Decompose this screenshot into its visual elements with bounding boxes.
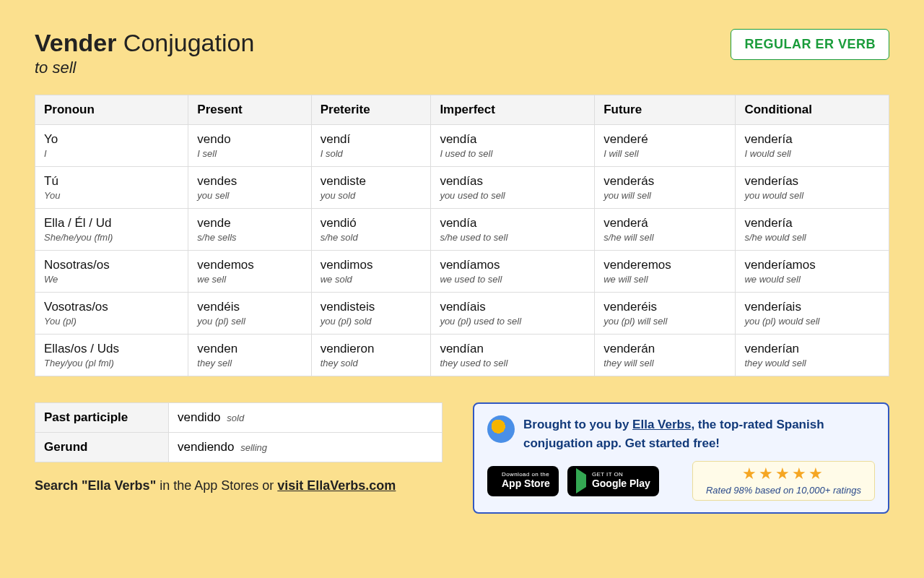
- table-row: Gerundvendiendo selling: [35, 433, 443, 462]
- app-store-button[interactable]: Download on the App Store: [487, 466, 559, 496]
- table-row: YoIvendoI sellvendíI soldvendíaI used to…: [35, 125, 889, 167]
- promo-box: Brought to you by Ella Verbs, the top-ra…: [473, 402, 889, 514]
- participle-label: Gerund: [35, 433, 169, 462]
- appstore-line2: App Store: [502, 478, 550, 489]
- conjugation-cell: venderíasyou would sell: [736, 167, 889, 209]
- conjugation-cell: vendíaisyou (pl) used to sell: [431, 293, 595, 335]
- promo-top: Brought to you by Ella Verbs, the top-ra…: [487, 415, 875, 452]
- play-icon: [576, 475, 586, 488]
- conjugation-cell: vendoI sell: [188, 125, 311, 167]
- conjugation-cell: vendemoswe sell: [188, 251, 311, 293]
- column-header: Conditional: [736, 95, 889, 125]
- play-line2: Google Play: [592, 478, 650, 489]
- conjugation-cell: vendesyou sell: [188, 167, 311, 209]
- participle-table: Past participlevendido soldGerundvendien…: [35, 402, 443, 462]
- subtitle: to sell: [35, 59, 254, 77]
- conjugation-cell: vendiós/he sold: [311, 209, 431, 251]
- left-column: Past participlevendido soldGerundvendien…: [35, 402, 443, 493]
- participle-cell: vendido sold: [169, 403, 443, 433]
- conjugation-cell: venderánthey will sell: [595, 335, 736, 376]
- ella-verbs-link[interactable]: Ella Verbs: [632, 418, 691, 431]
- pronoun-cell: Ella / Él / UdShe/he/you (fml): [35, 209, 188, 251]
- title-block: Vender Conjugation to sell: [35, 29, 254, 77]
- conjugation-cell: venderás/he will sell: [595, 209, 736, 251]
- table-row: Ellas/os / UdsThey/you (pl fml)vendenthe…: [35, 335, 889, 376]
- column-header: Present: [188, 95, 311, 125]
- column-header: Pronoun: [35, 95, 188, 125]
- conjugation-cell: vendieronthey sold: [311, 335, 431, 376]
- promo-prefix: Brought to you by: [523, 418, 632, 431]
- conjugation-cell: venderías/he would sell: [736, 209, 889, 251]
- conjugation-cell: vendisteyou sold: [311, 167, 431, 209]
- conjugation-cell: venderíamoswe would sell: [736, 251, 889, 293]
- google-play-button[interactable]: GET IT ON Google Play: [567, 466, 659, 496]
- promo-text: Brought to you by Ella Verbs, the top-ra…: [523, 415, 875, 452]
- conjugation-cell: vendes/he sells: [188, 209, 311, 251]
- table-row: Nosotras/osWevendemoswe sellvendimoswe s…: [35, 251, 889, 293]
- table-row: Vosotras/osYou (pl)vendéisyou (pl) sellv…: [35, 293, 889, 335]
- conjugation-cell: venderíaisyou (pl) would sell: [736, 293, 889, 335]
- conjugation-cell: vendéisyou (pl) sell: [188, 293, 311, 335]
- app-icon: [487, 415, 515, 443]
- conjugation-cell: vendíasyou used to sell: [431, 167, 595, 209]
- conjugation-cell: venderíanthey would sell: [736, 335, 889, 376]
- pronoun-cell: YoI: [35, 125, 188, 167]
- pronoun-cell: Ellas/os / UdsThey/you (pl fml): [35, 335, 188, 376]
- conjugation-cell: venderemoswe will sell: [595, 251, 736, 293]
- column-header: Imperfect: [431, 95, 595, 125]
- rating-text: Rated 98% based on 10,000+ ratings: [706, 485, 861, 496]
- ellaverbs-link[interactable]: visit EllaVerbs.com: [277, 478, 396, 493]
- conjugation-cell: vendíamoswe used to sell: [431, 251, 595, 293]
- pronoun-cell: Nosotras/osWe: [35, 251, 188, 293]
- conjugation-cell: vendías/he used to sell: [431, 209, 595, 251]
- conjugation-cell: vendimoswe sold: [311, 251, 431, 293]
- column-header: Future: [595, 95, 736, 125]
- star-icons: ★★★★★: [706, 465, 861, 483]
- bottom-row: Past participlevendido soldGerundvendien…: [35, 402, 889, 514]
- rating-box: ★★★★★ Rated 98% based on 10,000+ ratings: [692, 461, 875, 501]
- conjugation-cell: vendíanthey used to sell: [431, 335, 595, 376]
- conjugation-cell: vendisteisyou (pl) sold: [311, 293, 431, 335]
- conjugation-cell: venderíaI would sell: [736, 125, 889, 167]
- participle-cell: vendiendo selling: [169, 433, 443, 462]
- search-line: Search "Ella Verbs" in the App Stores or…: [35, 478, 443, 493]
- verb-name: Vender: [35, 29, 116, 56]
- pronoun-cell: Vosotras/osYou (pl): [35, 293, 188, 335]
- table-row: TúYouvendesyou sellvendisteyou soldvendí…: [35, 167, 889, 209]
- conjugation-cell: venderéI will sell: [595, 125, 736, 167]
- conjugation-cell: vendenthey sell: [188, 335, 311, 376]
- participle-label: Past participle: [35, 403, 169, 433]
- column-header: Preterite: [311, 95, 431, 125]
- page-title: Vender Conjugation: [35, 29, 254, 57]
- table-row: Ella / Él / UdShe/he/you (fml)vendes/he …: [35, 209, 889, 251]
- search-rest: in the App Stores or: [156, 478, 277, 493]
- conjugation-table: PronounPresentPreteriteImperfectFutureCo…: [35, 95, 889, 376]
- conjugation-cell: vendíaI used to sell: [431, 125, 595, 167]
- conjugation-cell: vendíI sold: [311, 125, 431, 167]
- search-bold: Search "Ella Verbs": [35, 478, 156, 493]
- pronoun-cell: TúYou: [35, 167, 188, 209]
- header: Vender Conjugation to sell REGULAR ER VE…: [35, 29, 889, 77]
- conjugation-cell: venderéisyou (pl) will sell: [595, 293, 736, 335]
- conjugation-cell: venderásyou will sell: [595, 167, 736, 209]
- verb-type-badge: REGULAR ER VERB: [731, 29, 889, 60]
- table-row: Past participlevendido sold: [35, 403, 443, 433]
- promo-bottom: Download on the App Store GET IT ON Goog…: [487, 461, 875, 501]
- title-suffix: Conjugation: [116, 29, 254, 56]
